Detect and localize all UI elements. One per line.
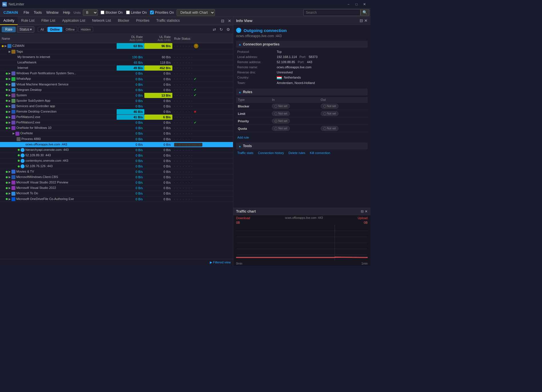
table-row[interactable]: 52.109.89.30 :4430 B/s0 B/s· · · · · · ·: [0, 153, 233, 158]
search-input[interactable]: [303, 9, 360, 16]
filter-hidden[interactable]: Hidden: [78, 27, 93, 32]
table-row[interactable]: My browsers to internet130 B/s60 B/s· · …: [0, 55, 233, 60]
tab-network-list[interactable]: Network List: [89, 17, 114, 25]
minimize-button[interactable]: −: [345, 1, 352, 7]
info-detach-button[interactable]: ⊟: [360, 18, 363, 23]
blocker-out-button[interactable]: Not set: [321, 104, 339, 109]
filtered-view-button[interactable]: ▶ Filtered view: [210, 261, 231, 264]
table-row[interactable]: ▶OneNote for Windows 100 B/s0 B/s· · · ·…: [0, 125, 233, 131]
expand-arrow-icon[interactable]: ▶: [9, 186, 11, 189]
limiter-checkbox[interactable]: [126, 11, 130, 14]
expand-arrow-icon[interactable]: ▶: [9, 72, 11, 75]
expand-arrow-icon[interactable]: ▶: [9, 105, 11, 108]
tab-filter-list[interactable]: Filter List: [38, 17, 59, 25]
rules-section-header[interactable]: ▲ Rules: [236, 89, 368, 95]
quota-in-button[interactable]: Not set: [272, 126, 290, 131]
expand-arrow-icon[interactable]: ▶: [9, 88, 11, 91]
expand-arrow-icon[interactable]: ▶: [13, 132, 15, 135]
limit-in-button[interactable]: Not set: [272, 111, 290, 116]
table-row[interactable]: ▶Spooler SubSystem App0 B/s0 B/s· · · · …: [0, 98, 233, 103]
chart-close-button[interactable]: ✕: [365, 209, 368, 213]
table-row[interactable]: ▶WhatsApp0 B/s0 B/s· · · · · · · ✔: [0, 76, 233, 82]
priorities-checkbox-label[interactable]: Priorities On: [150, 11, 174, 15]
table-row[interactable]: hierarchyapi.onenote.com :4430 B/s0 B/s·…: [0, 147, 233, 153]
expand-arrow-icon[interactable]: ▶: [9, 83, 11, 86]
expand-arrow-icon[interactable]: ▶: [9, 115, 11, 119]
menu-tools[interactable]: Tools: [31, 9, 44, 16]
tab-application-list[interactable]: Application List: [59, 17, 89, 25]
limiter-checkbox-label[interactable]: Limiter On: [126, 11, 147, 15]
expand-arrow-icon[interactable]: ▶: [9, 110, 11, 113]
tab-activity[interactable]: Activity: [0, 17, 18, 25]
rate-button[interactable]: Rate: [2, 27, 16, 32]
chart-detach-button[interactable]: ⊟: [361, 209, 364, 213]
expand-arrow-icon[interactable]: ▶: [9, 197, 11, 201]
expand-arrow-icon[interactable]: ▶: [9, 181, 11, 184]
table-row[interactable]: ▶PerfWatson2.exe0 B/s0 B/s· · · · · · · …: [0, 120, 233, 125]
expand-arrow-icon[interactable]: ▶: [9, 77, 11, 80]
table-row[interactable]: ▶Microsoft Visual Studio 2022 Preview0 B…: [0, 180, 233, 185]
tab-detach-button[interactable]: ⊟: [219, 17, 226, 24]
tools-section-header[interactable]: ▲ Tools: [236, 143, 368, 149]
table-container[interactable]: Name DL Rate Auto Units UL Rate Auto Uni…: [0, 34, 233, 259]
table-row[interactable]: ▶Microsoft Visual Studio 20220 B/s0 B/s·…: [0, 185, 233, 191]
status-button[interactable]: Status ▾: [17, 26, 34, 33]
limit-out-button[interactable]: Not set: [321, 111, 339, 116]
table-row[interactable]: ▶MicrosoftWindows.Client.CBS0 B/s0 B/s· …: [0, 175, 233, 180]
blocker-checkbox[interactable]: [101, 11, 104, 14]
blocker-checkbox-label[interactable]: Blocker On: [101, 11, 122, 15]
refresh-icon-button[interactable]: ↻: [218, 27, 224, 32]
table-row[interactable]: ▶Microsoft OneDriveFile Co-Authoring Exe…: [0, 196, 233, 202]
menu-file[interactable]: File: [21, 9, 31, 16]
priority-button[interactable]: Not set: [272, 119, 290, 123]
table-row[interactable]: ▶Tags: [0, 49, 233, 55]
close-button[interactable]: ✕: [361, 1, 368, 7]
table-row[interactable]: ▶Windows Push Notifications System Serv.…: [0, 71, 233, 76]
priorities-checkbox[interactable]: [150, 11, 154, 14]
connection-history-link[interactable]: Connection history: [258, 151, 284, 155]
units-select[interactable]: BKBMB: [83, 9, 98, 16]
table-row[interactable]: ▶Remote Desktop Connection46 B/s0 B/s· ·…: [0, 109, 233, 115]
expand-arrow-icon[interactable]: ▶: [9, 175, 11, 179]
kill-connection-link[interactable]: Kill connection: [310, 151, 330, 155]
filter-offline[interactable]: Offline: [63, 27, 77, 32]
tab-blocker[interactable]: Blocker: [114, 17, 133, 25]
blocker-in-button[interactable]: Not set: [272, 104, 290, 109]
sync-icon-button[interactable]: ⇄: [212, 27, 217, 32]
add-rule-link[interactable]: Add rule: [236, 136, 368, 139]
expand-arrow-icon[interactable]: ▶: [9, 50, 11, 53]
expand-arrow-icon[interactable]: ▶: [9, 192, 11, 195]
filter-online[interactable]: Online: [47, 27, 62, 32]
tab-close-button[interactable]: ✕: [226, 17, 233, 24]
maximize-button[interactable]: □: [353, 1, 360, 7]
menu-window[interactable]: Window: [44, 9, 61, 16]
expand-arrow-icon[interactable]: ▶: [9, 121, 11, 124]
table-row[interactable]: ▶System0 B/s13 B/s· · · · · · · ✔: [0, 93, 233, 98]
table-row[interactable]: ▶Services and Controller app0 B/s0 B/s· …: [0, 103, 233, 109]
expand-arrow-icon[interactable]: ▶: [9, 170, 11, 173]
expand-arrow-icon[interactable]: ▶: [9, 126, 11, 129]
table-row[interactable]: Internet49 B/s452 B/s· · · · · · ·: [0, 65, 233, 71]
tab-traffic-statistics[interactable]: Traffic statistics: [153, 17, 183, 25]
info-close-button[interactable]: ✕: [364, 18, 368, 23]
tab-priorities[interactable]: Priorities: [133, 17, 153, 25]
table-row[interactable]: ▶CZMAIN63 B/s96 B/s· · · · · · · ?: [0, 43, 233, 49]
profile-select[interactable]: Default with Chart: [177, 9, 215, 16]
filter-all[interactable]: All: [38, 27, 46, 32]
conn-props-section-header[interactable]: ▲ Connection properties: [236, 41, 368, 48]
settings-icon-button[interactable]: ⚙: [225, 27, 231, 32]
table-row[interactable]: ▶PerfWatson2.exe41 B/s6 B/s· · · · · · ·: [0, 115, 233, 120]
tab-rule-list[interactable]: Rule List: [18, 17, 38, 25]
table-row[interactable]: ▶Movies & TV0 B/s0 B/s· · · · · · ·: [0, 169, 233, 175]
traffic-stats-link[interactable]: Traffic stats: [237, 151, 253, 155]
delete-rules-link[interactable]: Delete rules: [288, 151, 305, 155]
table-row[interactable]: ocws.officeapps.live.com :4430 B/s0 B/s·…: [0, 142, 233, 147]
menu-help[interactable]: Help: [61, 9, 73, 16]
table-row[interactable]: ▶Microsoft To Do0 B/s0 B/s· · · · · · ·: [0, 191, 233, 196]
table-row[interactable]: Process 48800 B/s0 B/s· · · · · · ·: [0, 136, 233, 142]
table-row[interactable]: 52.109.76.126 :4430 B/s0 B/s· · · · · · …: [0, 163, 233, 169]
table-row[interactable]: ▶OneNote0 B/s0 B/s· · · · · · ·: [0, 131, 233, 136]
table-row[interactable]: ▶Virtual Machine Management Service0 B/s…: [0, 82, 233, 87]
expand-arrow-icon[interactable]: ▶: [9, 99, 11, 102]
expand-arrow-icon[interactable]: ▶: [5, 44, 7, 47]
